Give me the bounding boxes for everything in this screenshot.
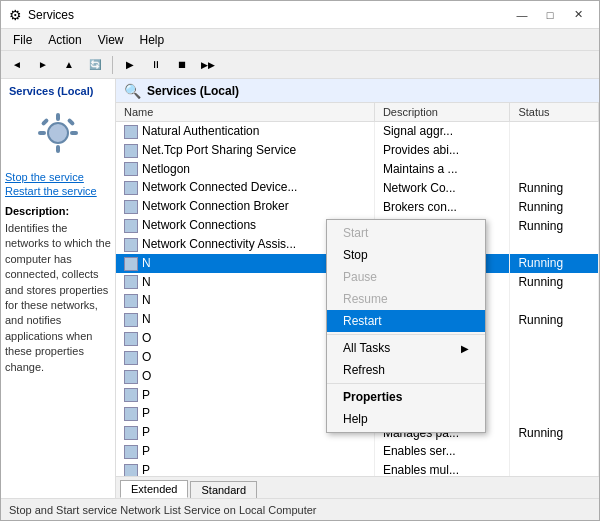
svg-rect-4 <box>70 131 78 135</box>
stop-link[interactable]: Stop the service <box>5 171 111 183</box>
tab-extended[interactable]: Extended <box>120 480 188 498</box>
table-row[interactable]: Network Connection BrokerBrokers con...R… <box>116 197 599 216</box>
sidebar-title: Services (Local) <box>5 83 111 99</box>
service-status-cell: Running <box>510 197 599 216</box>
panel-title: Services (Local) <box>147 84 239 98</box>
context-menu-item-restart[interactable]: Restart <box>327 310 485 332</box>
context-menu-item-stop[interactable]: Stop <box>327 244 485 266</box>
table-header-row: Name Description Status <box>116 103 599 122</box>
service-row-icon <box>124 294 138 308</box>
service-name-cell: Network Connected Device... <box>116 178 374 197</box>
context-menu-item-label: Start <box>343 226 368 240</box>
context-menu-item-pause: Pause <box>327 266 485 288</box>
service-status-cell <box>510 404 599 423</box>
minimize-button[interactable]: — <box>509 5 535 25</box>
table-row[interactable]: Natural AuthenticationSignal aggr... <box>116 122 599 141</box>
title-bar: ⚙ Services — □ ✕ <box>1 1 599 29</box>
col-status-header[interactable]: Status <box>510 103 599 122</box>
table-row[interactable]: PEnables ser... <box>116 442 599 461</box>
service-status-cell: Running <box>510 254 599 273</box>
panel-header: 🔍 Services (Local) <box>116 79 599 103</box>
restart-link[interactable]: Restart the service <box>5 185 111 197</box>
menu-file[interactable]: File <box>5 31 40 49</box>
service-status-cell <box>510 461 599 476</box>
context-menu-item-label: All Tasks <box>343 341 390 355</box>
table-row[interactable]: Network Connected Device...Network Co...… <box>116 178 599 197</box>
service-row-icon <box>124 125 138 139</box>
context-menu-separator <box>327 383 485 384</box>
service-name-cell: Network Connection Broker <box>116 197 374 216</box>
svg-point-0 <box>48 123 68 143</box>
service-desc-cell: Brokers con... <box>374 197 509 216</box>
toolbar-up[interactable]: ▲ <box>57 54 81 76</box>
toolbar-refresh[interactable]: 🔄 <box>83 54 107 76</box>
toolbar-stop[interactable]: ⏹ <box>170 54 194 76</box>
table-row[interactable]: Net.Tcp Port Sharing ServiceProvides abi… <box>116 141 599 160</box>
context-menu-item-label: Resume <box>343 292 388 306</box>
service-row-icon <box>124 144 138 158</box>
col-desc-header[interactable]: Description <box>374 103 509 122</box>
service-row-icon <box>124 332 138 346</box>
service-name-cell: P <box>116 461 374 476</box>
status-text: Stop and Start service Network List Serv… <box>9 504 317 516</box>
context-menu-item-refresh[interactable]: Refresh <box>327 359 485 381</box>
service-row-icon <box>124 370 138 384</box>
menu-view[interactable]: View <box>90 31 132 49</box>
service-status-cell <box>510 329 599 348</box>
service-name-cell: Net.Tcp Port Sharing Service <box>116 141 374 160</box>
menu-help[interactable]: Help <box>132 31 173 49</box>
toolbar-pause[interactable]: ⏸ <box>144 54 168 76</box>
context-menu-item-label: Properties <box>343 390 402 404</box>
service-status-cell <box>510 122 599 141</box>
description-text: Identifies the networks to which the com… <box>5 221 111 375</box>
context-menu-separator <box>327 334 485 335</box>
table-row[interactable]: PEnables mul... <box>116 461 599 476</box>
service-status-cell: Running <box>510 273 599 292</box>
tabs-bar: Extended Standard <box>116 476 599 498</box>
sidebar-links: Stop the service Restart the service <box>5 171 111 197</box>
service-status-cell <box>510 386 599 405</box>
context-menu-item-resume: Resume <box>327 288 485 310</box>
service-status-cell <box>510 160 599 179</box>
title-controls: — □ ✕ <box>509 5 591 25</box>
service-status-cell: Running <box>510 216 599 235</box>
toolbar-play[interactable]: ▶ <box>118 54 142 76</box>
table-row[interactable]: NetlogonMaintains a ... <box>116 160 599 179</box>
menu-action[interactable]: Action <box>40 31 89 49</box>
tab-standard[interactable]: Standard <box>190 481 257 498</box>
service-row-icon <box>124 162 138 176</box>
main-window: ⚙ Services — □ ✕ File Action View Help ◄… <box>0 0 600 521</box>
close-button[interactable]: ✕ <box>565 5 591 25</box>
col-name-header[interactable]: Name <box>116 103 374 122</box>
context-menu: StartStopPauseResumeRestartAll Tasks▶Ref… <box>326 219 486 433</box>
status-bar: Stop and Start service Network List Serv… <box>1 498 599 520</box>
toolbar-separator-1 <box>112 56 113 74</box>
title-bar-left: ⚙ Services <box>9 7 74 23</box>
menu-bar: File Action View Help <box>1 29 599 51</box>
service-desc-cell: Provides abi... <box>374 141 509 160</box>
service-row-icon <box>124 464 138 476</box>
context-menu-item-label: Refresh <box>343 363 385 377</box>
service-row-icon <box>124 445 138 459</box>
context-menu-item-properties[interactable]: Properties <box>327 386 485 408</box>
service-row-icon <box>124 407 138 421</box>
service-desc-cell: Network Co... <box>374 178 509 197</box>
toolbar-restart[interactable]: ▶▶ <box>196 54 220 76</box>
context-menu-item-label: Pause <box>343 270 377 284</box>
description-label: Description: <box>5 205 111 217</box>
toolbar-forward[interactable]: ► <box>31 54 55 76</box>
service-name-cell: Natural Authentication <box>116 122 374 141</box>
service-status-cell: Running <box>510 178 599 197</box>
svg-rect-1 <box>56 113 60 121</box>
context-menu-item-all-tasks[interactable]: All Tasks▶ <box>327 337 485 359</box>
maximize-button[interactable]: □ <box>537 5 563 25</box>
context-menu-item-label: Stop <box>343 248 368 262</box>
toolbar-back[interactable]: ◄ <box>5 54 29 76</box>
service-row-icon <box>124 257 138 271</box>
service-status-cell <box>510 291 599 310</box>
service-status-cell <box>510 348 599 367</box>
panel-icon: 🔍 <box>124 83 141 99</box>
service-row-icon <box>124 219 138 233</box>
context-menu-item-help[interactable]: Help <box>327 408 485 430</box>
service-row-icon <box>124 313 138 327</box>
